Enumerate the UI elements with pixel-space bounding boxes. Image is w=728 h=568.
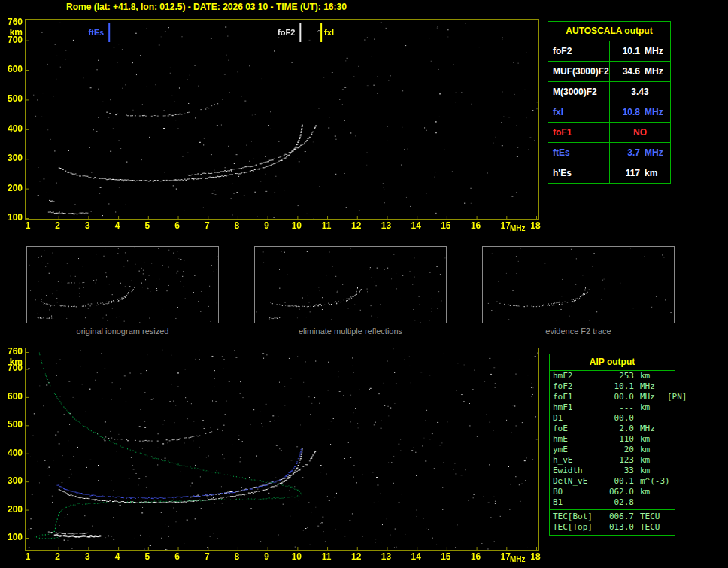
aip-v: 110 [605, 434, 634, 445]
autoscala-row-label: MUF(3000)F2 [548, 62, 610, 81]
y-tick-label: 600 [2, 64, 23, 74]
autoscala-output-table: AUTOSCALA output foF210.1MHzMUF(3000)F23… [548, 21, 671, 184]
x-tick-label: 15 [438, 551, 453, 562]
autoscala-row-M(3000)F2: M(3000)F23.43 [548, 82, 670, 102]
autoscala-row-value: 34.6MHz [610, 62, 670, 81]
aip-row-D1: D100.0 [550, 413, 675, 424]
autoscala-row-label: foF1 [548, 123, 610, 142]
top-ionogram-plot [25, 19, 539, 220]
thumbnail-caption: evidence F2 trace [482, 327, 675, 336]
x-tick-label: 11 [319, 220, 334, 231]
aip-u: MHz [634, 424, 667, 434]
x-tick-label: 17 [498, 220, 513, 231]
aip-row-TEC[Bot]: TEC[Bot]006.7TECU [550, 512, 675, 522]
y-tick-label: 760 [2, 17, 23, 27]
x-tick-label: 5 [140, 220, 155, 231]
aip-l: D1 [553, 413, 605, 424]
thumbnail-caption: original ionogram resized [26, 327, 219, 336]
aip-e [667, 487, 672, 497]
aip-l: hmF1 [553, 402, 605, 413]
aip-v: 006.7 [605, 512, 634, 522]
autoscala-row-value: 10.1MHz [610, 41, 670, 61]
aip-row-hmF1: hmF1---km [550, 402, 675, 413]
aip-row-foE: foE2.0MHz [550, 424, 675, 434]
y-tick-label: 200 [2, 183, 23, 193]
aip-v: 33 [605, 466, 634, 476]
y-axis-unit-label: km [2, 357, 23, 367]
autoscala-table-rows: foF210.1MHzMUF(3000)F234.6MHzM(3000)F23.… [548, 41, 670, 183]
y-tick-label: 700 [2, 363, 23, 373]
aip-l: TEC[Bot] [553, 512, 605, 522]
x-tick-label: 12 [349, 220, 364, 231]
x-tick-label: 3 [80, 220, 95, 231]
aip-u: MHz [634, 392, 667, 402]
x-tick-label: 15 [438, 220, 453, 231]
aip-table-rows: hmF2253kmfoF210.1MHzfoF100.0MHz[PN]hmF1-… [550, 371, 675, 508]
aip-u: MHz [634, 381, 667, 392]
autoscala-row-h'Es: h'Es117km [548, 163, 670, 183]
aip-e: [PN] [667, 392, 687, 402]
aip-row-B0: B0062.0km [550, 487, 675, 497]
aip-l: DelN_vE [553, 476, 605, 487]
aip-e [667, 497, 672, 508]
autoscala-row-label: h'Es [548, 163, 610, 183]
aip-l: h_vE [553, 455, 605, 466]
autoscala-row-foF1: foF1NO [548, 123, 670, 143]
aip-v: 2.0 [605, 424, 634, 434]
y-tick-label: 700 [2, 35, 23, 45]
aip-e [667, 512, 672, 522]
aip-l: Ewidth [553, 466, 605, 476]
x-tick-label: 8 [229, 220, 244, 231]
aip-row-B1: B102.8 [550, 497, 675, 508]
aip-l: B1 [553, 497, 605, 508]
aip-v: 123 [605, 455, 634, 466]
aip-e [667, 466, 672, 476]
x-tick-label: 16 [469, 551, 484, 562]
aip-l: B0 [553, 487, 605, 497]
aip-u: km [634, 434, 667, 445]
aip-u: km [634, 455, 667, 466]
aip-e [667, 371, 672, 381]
page-title: Rome (lat: +41.8, lon: 012.5) - DATE: 20… [66, 2, 347, 12]
aip-e [667, 476, 672, 487]
autoscala-row-fxI: fxI10.8MHz [548, 102, 670, 123]
x-tick-label: 18 [528, 220, 543, 231]
y-tick-label: 500 [2, 419, 23, 430]
thumbnail-canvas-evidence [483, 247, 674, 323]
x-tick-label: 6 [170, 551, 185, 562]
x-tick-label: 10 [289, 551, 304, 562]
aip-u: km [634, 402, 667, 413]
aip-u: TECU [634, 512, 667, 522]
autoscala-row-value: 117km [610, 163, 670, 183]
aip-u: TECU [634, 522, 667, 533]
aip-row-hmE: hmE110km [550, 434, 675, 445]
x-tick-label: 18 [528, 551, 543, 562]
aip-l: ymE [553, 445, 605, 455]
aip-table-title: AIP output [550, 354, 675, 371]
aip-u [634, 497, 667, 508]
x-tick-label: 5 [140, 551, 155, 562]
bottom-ionogram-plot [25, 348, 539, 551]
aip-e [667, 413, 672, 424]
x-tick-label: 4 [110, 551, 125, 562]
aip-row-TEC[Top]: TEC[Top]013.0TECU [550, 522, 675, 533]
thumbnail-evidence-f2 [482, 246, 675, 323]
x-axis-unit-label: MHz [507, 555, 528, 563]
autoscala-row-value: 10.8MHz [610, 102, 670, 122]
aip-e [667, 522, 672, 533]
y-tick-label: 200 [2, 504, 23, 515]
y-tick-label: 100 [2, 532, 23, 542]
aip-v: 253 [605, 371, 634, 381]
y-tick-label: 300 [2, 475, 23, 486]
y-tick-label: 300 [2, 153, 23, 163]
y-tick-label: 500 [2, 93, 23, 104]
y-tick-label: 600 [2, 391, 23, 402]
aip-v: 00.1 [605, 476, 634, 487]
autoscala-table-title: AUTOSCALA output [548, 22, 670, 41]
aip-u [634, 413, 667, 424]
x-tick-label: 10 [289, 220, 304, 231]
aip-output-table: AIP output hmF2253kmfoF210.1MHzfoF100.0M… [549, 354, 675, 536]
aip-v: 013.0 [605, 522, 634, 533]
aip-row-h_vE: h_vE123km [550, 455, 675, 466]
aip-v: 00.0 [605, 413, 634, 424]
